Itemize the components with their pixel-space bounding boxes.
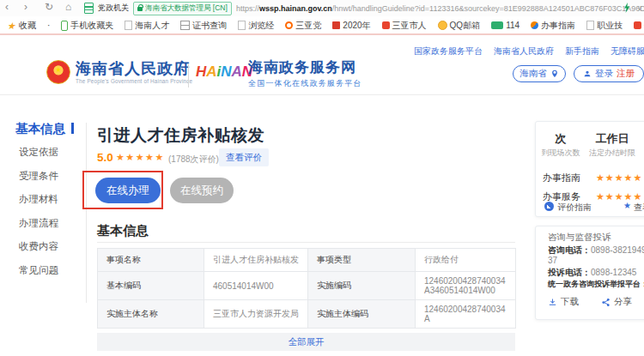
register-button[interactable]: 注册 bbox=[617, 68, 635, 80]
browser-nav-bar: ‹ › ↻ ⌂ 党政机关 海南省大数据管理局 [CN] https://wssp… bbox=[0, 0, 644, 16]
download-icon bbox=[548, 298, 557, 307]
header-top-link[interactable]: 无障碍服务 bbox=[611, 45, 644, 57]
rating-stars: ★★★★★ bbox=[116, 152, 165, 163]
divider bbox=[188, 63, 189, 87]
login-register[interactable]: 登录 注册 bbox=[574, 65, 644, 82]
bookmark-icon bbox=[382, 21, 390, 29]
bookmark-icon bbox=[238, 21, 246, 30]
region-label: 海南省 bbox=[519, 68, 547, 80]
bookmark-icon bbox=[586, 21, 594, 30]
sidebar-item[interactable]: 办理材料 bbox=[19, 188, 58, 212]
download-button[interactable]: 下载 bbox=[548, 296, 579, 308]
bookmark-item[interactable]: QQ邮箱 bbox=[438, 20, 481, 32]
header-top-link[interactable]: 新手指南 bbox=[565, 45, 599, 57]
stats-card: 次 工作日 到现场次数 法定办结时限 承诺办结时限 办事指南 ★★★★★ 办事服… bbox=[535, 121, 644, 217]
page-title: 引进人才住房补贴核发 bbox=[97, 124, 264, 147]
bookmark-icon bbox=[125, 21, 132, 30]
table-row: 基本编码 460514014W00 实施编码 12460200428740034… bbox=[98, 272, 516, 300]
bookmark-label: 三亚市人 bbox=[392, 20, 427, 32]
stat-label: 到现场次数 bbox=[538, 148, 584, 159]
table-value: 12460200428740034A bbox=[416, 300, 516, 329]
sidebar-item[interactable]: 办理流程 bbox=[19, 212, 58, 236]
active-indicator bbox=[71, 123, 74, 134]
region-selector[interactable]: 海南省 bbox=[513, 65, 566, 82]
stats-card-footer: 评价指南 ★ 查看评价 bbox=[536, 201, 644, 214]
online-reserve-button[interactable]: 在线预约 bbox=[170, 178, 234, 203]
table-label: 实施主体编码 bbox=[308, 300, 416, 329]
table-value: 三亚市人力资源开发局 bbox=[204, 300, 308, 329]
annotation-rectangle bbox=[82, 171, 163, 209]
back-icon[interactable]: ‹ bbox=[5, 1, 9, 13]
site-subtitle: 全国一体化在线政务服务平台 bbox=[248, 78, 362, 89]
site-category-label: 党政机关 bbox=[98, 3, 129, 14]
table-value: 行政给付 bbox=[416, 249, 516, 272]
divider bbox=[97, 242, 515, 243]
sidebar-item[interactable]: 收费内容 bbox=[19, 235, 58, 259]
view-reviews-button[interactable]: 查看评价 bbox=[219, 148, 269, 166]
header-top-link[interactable]: 海南省人民政府 bbox=[494, 45, 554, 57]
stat-label: 承诺办结时限 bbox=[641, 148, 644, 159]
evaluation-guide-link[interactable]: 评价指南 bbox=[557, 202, 592, 214]
section-title: 基本信息 bbox=[97, 223, 149, 239]
bookmark-item[interactable]: 2020年 bbox=[332, 20, 370, 32]
rating-stars: ★★★★★ bbox=[596, 172, 642, 184]
bookmark-item[interactable]: 职业技 bbox=[586, 20, 623, 32]
bookmark-label: 114 bbox=[506, 21, 519, 30]
bookmark-item[interactable]: 证书查询 bbox=[180, 20, 227, 32]
table-label: 实施编码 bbox=[308, 272, 416, 300]
security-badge-label: 海南省大数据管理局 [CN] bbox=[145, 3, 228, 14]
share-button[interactable]: 分享 bbox=[601, 296, 632, 308]
bookmark-icon bbox=[332, 21, 340, 29]
bookmark-item[interactable]: 三亚党 bbox=[285, 20, 321, 32]
bookmark-icon bbox=[61, 21, 68, 31]
bookmark-item[interactable]: 三亚市人 bbox=[382, 20, 427, 32]
refresh-icon[interactable]: ↻ bbox=[45, 1, 53, 13]
bookmark-icon bbox=[7, 21, 16, 30]
platform-row: 统一政务咨询投诉举报平台：点击进入 bbox=[548, 279, 644, 290]
star-icon: ★ bbox=[623, 201, 631, 210]
bookmark-label: 浏览经 bbox=[248, 20, 274, 32]
national-emblem-icon bbox=[46, 60, 70, 84]
contact-card-title: 咨询与监督投诉 bbox=[548, 232, 611, 244]
bookmark-item[interactable]: 114 bbox=[491, 21, 519, 30]
table-label: 事项类型 bbox=[308, 249, 416, 272]
contact-card: 咨询与监督投诉 咨询电话：0898-38219496；0 37 投诉电话：089… bbox=[535, 226, 644, 320]
complaint-phone-row: 投诉电话：0898-12345 bbox=[548, 267, 636, 279]
security-badge[interactable]: 海南省大数据管理局 [CN] bbox=[133, 2, 232, 15]
sidebar-item[interactable]: 设定依据 bbox=[19, 141, 58, 165]
home-icon[interactable]: ⌂ bbox=[65, 1, 71, 13]
chevron-down-icon[interactable]: ∨ bbox=[637, 4, 642, 12]
header-top-links: 国家政务服务平台 海南省人民政府 新手指南 无障碍服务 bbox=[414, 45, 644, 57]
bookmark-item[interactable]: 浏览经 bbox=[238, 20, 274, 32]
view-evaluation-link[interactable]: 查看评价 bbox=[634, 202, 644, 214]
lightning-icon[interactable] bbox=[623, 3, 630, 13]
bookmark-icon bbox=[285, 21, 293, 29]
bookmark-label: 职业技 bbox=[597, 20, 623, 32]
sidebar-menu: 设定依据 受理条件 办理材料 办理流程 收费内容 常见问题 bbox=[19, 141, 58, 282]
bookmark-item[interactable]: 全国建 bbox=[634, 20, 644, 32]
stat-value: 工作日 bbox=[586, 131, 639, 147]
sidebar-item[interactable]: 常见问题 bbox=[19, 259, 58, 283]
bookmark-label: 办事指南 bbox=[541, 20, 575, 32]
bookmark-item[interactable]: 手机收藏夹 bbox=[61, 20, 113, 32]
user-icon bbox=[583, 69, 592, 78]
login-button[interactable]: 登录 bbox=[595, 68, 613, 80]
bookmark-label: QQ邮箱 bbox=[450, 20, 481, 32]
sidebar-heading[interactable]: 基本信息 bbox=[15, 121, 74, 137]
hainan-logo: HAiNAN bbox=[196, 63, 252, 81]
consult-phone-row: 咨询电话：0898-38219496；0 bbox=[548, 244, 644, 256]
expand-all-button[interactable]: 全部展开 bbox=[97, 333, 515, 351]
forward-icon[interactable]: › bbox=[24, 1, 27, 13]
header-top-link[interactable]: 国家政务服务平台 bbox=[414, 45, 483, 57]
bookmark-item[interactable]: 收藏 bbox=[7, 20, 36, 32]
browser-window: ‹ › ↻ ⌂ 党政机关 海南省大数据管理局 [CN] https://wssp… bbox=[0, 0, 644, 356]
bookmark-item[interactable]: 办事指南 bbox=[531, 20, 575, 32]
bookmark-item[interactable]: 海南人才 bbox=[125, 20, 169, 32]
bookmark-label: 证书查询 bbox=[192, 20, 227, 32]
bookmark-label: 手机收藏夹 bbox=[70, 20, 113, 32]
address-bar[interactable]: 党政机关 海南省大数据管理局 [CN] https://wssp.hainan.… bbox=[84, 2, 644, 15]
sidebar-item[interactable]: 受理条件 bbox=[19, 165, 58, 189]
bookmark-icon bbox=[531, 21, 538, 29]
bookmarks-bar: 收藏 · 手机收藏夹 海南人才 证书查询 浏览经 三亚党 2020年 三亚市人 … bbox=[0, 18, 644, 33]
bookmark-item[interactable]: · bbox=[47, 21, 50, 30]
